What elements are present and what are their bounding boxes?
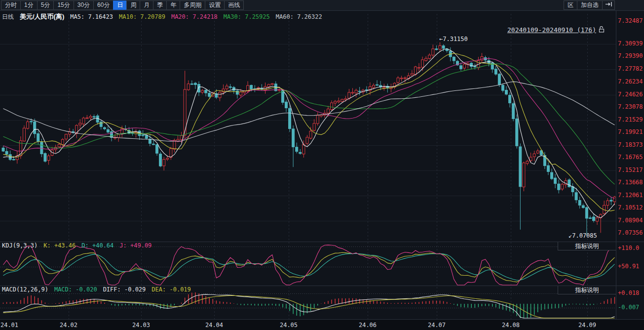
axis-price-label: 7.21529 — [618, 116, 643, 123]
axis-month-label: 24.03 — [132, 322, 150, 329]
macd-diff-value: DIFF: -0.029 — [103, 286, 146, 293]
time-axis[interactable]: 24.0124.0224.0324.0424.0524.0624.0724.08… — [0, 320, 644, 330]
axis-price-label: 7.18373 — [618, 141, 643, 148]
kdj-j-value: J: +49.09 — [119, 242, 152, 249]
toolbar-right-group: 区 加自选 — [564, 0, 615, 10]
btn-week[interactable]: 周 — [126, 0, 140, 10]
axis-price-label: 7.32487 — [618, 17, 643, 24]
period-label: 日线 — [2, 13, 14, 21]
axis-price-label: 7.26234 — [618, 78, 643, 85]
btn-add-watchlist[interactable]: 加自选 — [577, 0, 603, 10]
ma10-value: MA10: 7.20789 — [119, 13, 165, 20]
candlestick-chart-canvas[interactable] — [0, 0, 644, 330]
price-annotation-high: ←7.31150 — [439, 36, 468, 42]
btn-year[interactable]: 年 — [166, 0, 180, 10]
axis-price-label: 7.07356 — [618, 229, 643, 236]
axis-month-label: 24.01 — [0, 322, 18, 329]
main-chart-legend: 日线 美元/人民币(离) MA5: 7.16423 MA10: 7.20789 … — [2, 12, 322, 21]
macd-legend: MACD(12,26,9) MACD: -0.020 DIFF: -0.029 … — [2, 286, 191, 293]
btn-15min[interactable]: 15分 — [53, 0, 74, 10]
axis-price-label: +0.018 — [618, 289, 639, 296]
ma20-value: MA20: 7.24218 — [171, 13, 218, 20]
axis-month-label: 24.06 — [359, 322, 377, 329]
symbol-name: 美元/人民币(离) — [20, 12, 64, 21]
axis-price-label: 7.23078 — [618, 103, 643, 110]
axis-price-label: 7.15217 — [618, 166, 643, 173]
kdj-title: KDJ(9,3,3) — [2, 242, 38, 249]
ma30-value: MA30: 7.25925 — [224, 13, 270, 20]
btn-60min[interactable]: 60分 — [93, 0, 114, 10]
btn-draw-line[interactable]: 画线 — [224, 0, 244, 10]
axis-price-label: 7.12061 — [618, 192, 643, 199]
axis-price-label: -0.007 — [618, 304, 639, 311]
axis-price-label: 7.27782 — [618, 65, 643, 72]
btn-quarter[interactable]: 季 — [153, 0, 167, 10]
axis-price-label: 7.13668 — [618, 179, 643, 186]
date-range-text: 20240109-20240910 (176) — [507, 26, 596, 34]
btn-30min[interactable]: 30分 — [74, 0, 94, 10]
axis-month-label: 24.02 — [60, 322, 77, 329]
collapse-panel-button[interactable] — [602, 0, 615, 10]
macd-value: MACD: -0.020 — [54, 286, 97, 293]
axis-month-label: 24.05 — [280, 322, 298, 329]
ma5-value: MA5: 7.16423 — [70, 13, 113, 20]
trading-terminal: 分时 1分 5分 15分 30分 60分 日 周 月 季 年 多周期 设置 画线… — [0, 0, 644, 330]
btn-timeline[interactable]: 分时 — [1, 0, 21, 10]
axis-month-label: 24.04 — [205, 322, 223, 329]
price-annotation-low: ↙7.07085 — [568, 232, 597, 239]
axis-price-label: 7.19921 — [618, 128, 643, 135]
macd-indicator-help-button[interactable]: 指标说明 — [558, 286, 616, 294]
toolbar: 分时 1分 5分 15分 30分 60分 日 周 月 季 年 多周期 设置 画线… — [0, 0, 644, 11]
btn-settings[interactable]: 设置 — [205, 0, 225, 10]
axis-price-label: 7.16765 — [618, 154, 643, 161]
axis-month-label: 24.07 — [428, 322, 446, 329]
axis-price-label: 7.10512 — [618, 204, 643, 211]
visible-date-range[interactable]: 20240109-20240910 (176) — [507, 26, 605, 34]
kdj-k-value: K: +43.46 — [43, 242, 76, 249]
axis-month-label: 24.09 — [578, 322, 596, 329]
axis-price-label: +50.91 — [618, 263, 639, 270]
axis-month-label: 24.08 — [502, 322, 520, 329]
macd-title: MACD(12,26,9) — [2, 286, 48, 293]
btn-month[interactable]: 月 — [140, 0, 153, 10]
macd-dea-value: DEA: -0.019 — [152, 286, 190, 293]
axis-price-label: 7.08904 — [618, 217, 643, 224]
kdj-legend: KDJ(9,3,3) K: +43.46 D: +40.64 J: +49.09 — [2, 242, 152, 249]
collapse-right-icon — [605, 1, 612, 9]
axis-price-label: 7.29390 — [618, 52, 643, 59]
btn-5min[interactable]: 5分 — [37, 0, 54, 10]
kdj-indicator-help-button[interactable]: 指标说明 — [558, 242, 616, 250]
axis-price-label: +110.0 — [618, 245, 639, 251]
axis-price-label: 7.30939 — [618, 40, 643, 47]
btn-region[interactable]: 区 — [564, 0, 577, 10]
unlocked-padlock-icon — [599, 26, 605, 34]
kdj-d-value: D: +40.64 — [81, 242, 114, 249]
btn-day[interactable]: 日 — [113, 0, 127, 10]
btn-1min[interactable]: 1分 — [20, 0, 38, 10]
axis-price-label: 7.24626 — [618, 91, 643, 98]
ma60-value: MA60: 7.26322 — [276, 13, 322, 20]
btn-multi-period[interactable]: 多周期 — [180, 0, 205, 10]
